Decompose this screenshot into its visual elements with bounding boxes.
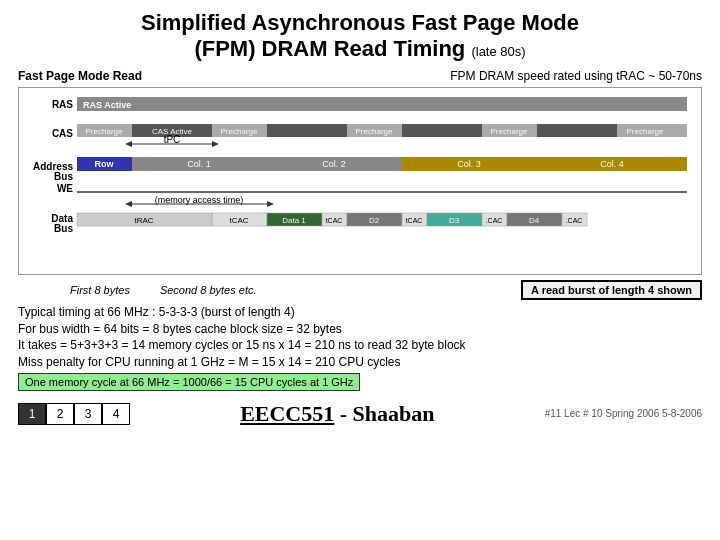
page-num-1[interactable]: 1 [18,403,46,425]
page-num-4[interactable]: 4 [102,403,130,425]
mat-label: (memory access time) [155,195,244,205]
burst-box: A read burst of length 4 shown [521,280,702,300]
mat-left-arrow [125,201,132,207]
cas-precharge1-text: Precharge [86,127,123,136]
data-d2-text: D2 [369,216,380,225]
ras-label: RAS [52,99,73,110]
cas-active2 [267,124,347,137]
page-num-2[interactable]: 2 [46,403,74,425]
timing-line4: Miss penalty for CPU running at 1 GHz = … [18,354,702,371]
cas-precharge3-text: Precharge [356,127,393,136]
bytes-content: First 8 bytes Second 8 bytes etc. A read… [70,280,702,300]
title: Simplified Asynchronous Fast Page Mode (… [18,10,702,63]
cas-precharge5-text: Precharge [627,127,664,136]
addr-col2-text: Col. 2 [322,159,346,169]
data-tcac-text: tCAC [229,216,248,225]
data-cac4-text: .CAC [486,217,503,224]
cas-active4 [537,124,617,137]
header: Simplified Asynchronous Fast Page Mode (… [18,10,702,63]
second-bytes-label: Second 8 bytes etc. [160,284,257,296]
typical-timing: Typical timing at 66 MHz : 5-3-3-3 (burs… [18,304,702,371]
slide-info: #11 Lec # 10 Spring 2006 5-8-2006 [545,408,702,419]
ras-active-text: RAS Active [83,100,131,110]
tpc-left-arrow [125,141,132,147]
page-num-3[interactable]: 3 [74,403,102,425]
green-box: One memory cycle at 66 MHz = 1000/66 = 1… [18,373,360,391]
bytes-row: First 8 bytes Second 8 bytes etc. A read… [18,280,702,300]
cas-precharge4-text: Precharge [491,127,528,136]
subtitle-right: FPM DRAM speed rated using tRAC ~ 50-70n… [450,69,702,83]
green-box-container: One memory cycle at 66 MHz = 1000/66 = 1… [18,373,702,395]
footer: 1 2 3 4 EECC551 EECC551 - Shaaban - Shaa… [18,401,702,427]
addr-row-text: Row [95,159,115,169]
timing-svg: RAS RAS Active CAS Precharge CAS Active … [25,92,693,267]
data-d1-text: Data 1 [282,216,306,225]
addr-col1-text: Col. 1 [187,159,211,169]
data-d3-text: D3 [449,216,460,225]
first-bytes-label: First 8 bytes [70,284,130,296]
addr-col3-text: Col. 3 [457,159,481,169]
we-label: WE [57,183,73,194]
cas-label: CAS [52,128,73,139]
cas-precharge2-text: Precharge [221,127,258,136]
address-label2: Bus [54,171,73,182]
timing-line3: It takes = 5+3+3+3 = 14 memory cycles or… [18,337,702,354]
data-d4-text: D4 [529,216,540,225]
timing-line2: For bus width = 64 bits = 8 bytes cache … [18,321,702,338]
timing-line1: Typical timing at 66 MHz : 5-3-3-3 (burs… [18,304,702,321]
cas-active3 [402,124,482,137]
tpc-right-arrow [212,141,219,147]
brand-label: EECC551 EECC551 - Shaaban - Shaaban [240,401,434,426]
addr-col4-text: Col. 4 [600,159,624,169]
mat-right-arrow [267,201,274,207]
ras-active-bar [77,97,687,111]
subtitle-left: Fast Page Mode Read [18,69,142,83]
data-tcac3-text: tCAC [406,217,423,224]
data-trac-text: tRAC [134,216,153,225]
data-cac5-text: .CAC [566,217,583,224]
page: Simplified Asynchronous Fast Page Mode (… [0,0,720,540]
timing-diagram: RAS RAS Active CAS Precharge CAS Active … [18,87,702,275]
tpc-label: tPC [164,134,181,145]
data-tcac2-text: tCAC [326,217,343,224]
page-numbers: 1 2 3 4 [18,403,130,425]
subtitle-row: Fast Page Mode Read FPM DRAM speed rated… [18,69,702,83]
data-label2: Bus [54,223,73,234]
brand-container: EECC551 EECC551 - Shaaban - Shaaban [130,401,545,427]
